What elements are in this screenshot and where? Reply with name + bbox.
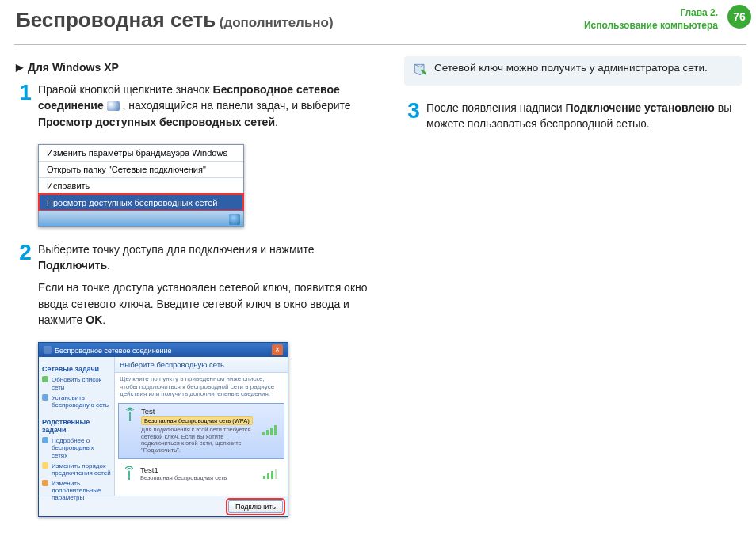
ctx-item-firewall[interactable]: Изменить параметры брандмауэра Windows (39, 145, 243, 161)
sidebar-item-refresh[interactable]: Обновить список сети (42, 374, 111, 392)
note-icon (412, 62, 428, 80)
svg-rect-3 (274, 425, 277, 435)
context-menu: Изменить параметры брандмауэра Windows О… (38, 144, 244, 227)
antenna-icon (124, 407, 136, 423)
sidebar-heading: Сетевые задачи (42, 365, 111, 373)
svg-rect-4 (263, 476, 265, 479)
step-number: 3 (404, 95, 423, 127)
wireless-window: Беспроводное сетевое соединение × Сетевы… (38, 342, 288, 517)
ap-name: Test1 (140, 466, 258, 474)
access-point[interactable]: Test1 Безопасная беспроводная сеть (118, 462, 284, 487)
page-title: Беспроводная сеть (16, 8, 216, 32)
context-menu-screenshot: Изменить параметры брандмауэра Windows О… (38, 144, 244, 227)
svg-rect-6 (271, 471, 273, 479)
window-titlebar[interactable]: Беспроводное сетевое соединение × (39, 343, 288, 357)
svg-rect-0 (262, 432, 265, 435)
chapter-label: Глава 2. Использование компьютера (584, 6, 746, 32)
step-3: 3 После появления надписи Подключение ус… (404, 100, 742, 132)
ap-security-badge: Безопасная беспроводная сеть (WPA) (141, 416, 253, 425)
ctx-item-view-networks[interactable]: Просмотр доступных беспроводных сетей (39, 194, 243, 211)
connect-button[interactable]: Подключить (228, 500, 283, 513)
sidebar-item-setup[interactable]: Установить беспроводную сеть (42, 393, 111, 410)
main-description: Щелкните по пункту в приведенном ниже сп… (115, 373, 288, 401)
signal-strength-icon (262, 468, 280, 481)
window-sidebar: Сетевые задачи Обновить список сети Уста… (39, 357, 115, 496)
sidebar-item-advanced[interactable]: Изменить дополнительные параметры (42, 478, 111, 504)
svg-rect-1 (266, 430, 269, 435)
tip-text: Сетевой ключ можно получить у администра… (434, 62, 708, 74)
main-heading: Выберите беспроводную сеть (115, 357, 288, 373)
page-number-badge: 76 (727, 5, 751, 29)
ctx-item-open-folder[interactable]: Открыть папку "Сетевые подключения" (39, 161, 243, 177)
triangle-bullet-icon: ▶ (16, 62, 23, 73)
close-icon[interactable]: × (272, 344, 283, 355)
window-icon (44, 346, 52, 354)
window-main: Выберите беспроводную сеть Щелкните по п… (115, 357, 288, 496)
step-2: 2 Выберите точку доступа для подключения… (16, 241, 372, 328)
svg-rect-2 (270, 428, 273, 435)
ap-note: Безопасная беспроводная сеть (140, 475, 258, 482)
access-point-selected[interactable]: Test Безопасная беспроводная сеть (WPA) … (118, 403, 284, 460)
window-title-text: Беспроводное сетевое соединение (44, 346, 172, 355)
step-number: 2 (16, 237, 35, 269)
signal-strength-icon (262, 424, 279, 437)
wireless-tray-icon (107, 101, 120, 111)
wireless-window-screenshot: Беспроводное сетевое соединение × Сетевы… (38, 342, 288, 517)
tray-network-icon (229, 214, 240, 225)
antenna-icon (123, 466, 136, 481)
ctx-item-repair[interactable]: Исправить (39, 177, 243, 194)
sidebar-heading: Родственные задачи (42, 418, 111, 434)
step-number: 1 (16, 77, 35, 109)
svg-rect-5 (267, 473, 269, 479)
page-subtitle: (дополнительно) (220, 15, 334, 30)
heading-windows-xp: ▶Для Windows XP (16, 61, 372, 74)
sidebar-item-order[interactable]: Изменить порядок предпочтения сетей (42, 461, 111, 478)
ap-name: Test (141, 407, 257, 416)
ap-note: Для подключения к этой сети требуется се… (141, 427, 257, 454)
tip-box: Сетевой ключ можно получить у администра… (404, 56, 742, 86)
taskbar-strip (39, 211, 243, 226)
sidebar-item-learn[interactable]: Подробнее о беспроводных сетях (42, 435, 111, 461)
step-1: 1 Правой кнопкой щелкните значок Беспров… (16, 82, 372, 130)
svg-rect-7 (275, 469, 277, 479)
